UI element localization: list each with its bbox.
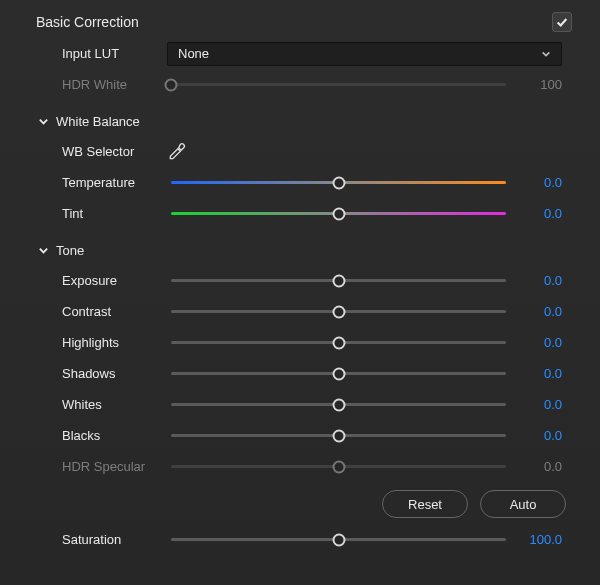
contrast-thumb[interactable] xyxy=(332,305,345,318)
tint-label: Tint xyxy=(62,206,167,221)
input-lut-label: Input LUT xyxy=(62,46,167,61)
blacks-slider[interactable] xyxy=(171,434,506,437)
saturation-thumb[interactable] xyxy=(332,533,345,546)
section-white-balance[interactable]: White Balance xyxy=(0,106,600,136)
hdr-specular-value: 0.0 xyxy=(510,459,562,474)
shadows-thumb[interactable] xyxy=(332,367,345,380)
chevron-down-icon xyxy=(541,49,551,59)
highlights-slider[interactable] xyxy=(171,341,506,344)
wb-selector-label: WB Selector xyxy=(62,144,167,159)
shadows-value[interactable]: 0.0 xyxy=(510,366,562,381)
tint-value[interactable]: 0.0 xyxy=(510,206,562,221)
reset-button[interactable]: Reset xyxy=(382,490,468,518)
exposure-label: Exposure xyxy=(62,273,167,288)
panel-title: Basic Correction xyxy=(36,14,139,30)
saturation-value[interactable]: 100.0 xyxy=(510,532,562,547)
temperature-label: Temperature xyxy=(62,175,167,190)
checkmark-icon xyxy=(555,15,569,29)
saturation-slider[interactable] xyxy=(171,538,506,541)
exposure-thumb[interactable] xyxy=(332,274,345,287)
hdr-white-label: HDR White xyxy=(62,77,167,92)
auto-button[interactable]: Auto xyxy=(480,490,566,518)
temperature-thumb[interactable] xyxy=(332,176,345,189)
whites-thumb[interactable] xyxy=(332,398,345,411)
tint-thumb[interactable] xyxy=(332,207,345,220)
hdr-specular-label: HDR Specular xyxy=(62,459,167,474)
input-lut-value: None xyxy=(178,46,209,61)
contrast-value[interactable]: 0.0 xyxy=(510,304,562,319)
whites-slider[interactable] xyxy=(171,403,506,406)
tint-slider[interactable] xyxy=(171,212,506,215)
blacks-value[interactable]: 0.0 xyxy=(510,428,562,443)
highlights-value[interactable]: 0.0 xyxy=(510,335,562,350)
temperature-value[interactable]: 0.0 xyxy=(510,175,562,190)
input-lut-dropdown[interactable]: None xyxy=(167,42,562,66)
panel-enable-checkbox[interactable] xyxy=(552,12,572,32)
highlights-thumb[interactable] xyxy=(332,336,345,349)
exposure-slider[interactable] xyxy=(171,279,506,282)
hdr-specular-slider xyxy=(171,465,506,468)
shadows-label: Shadows xyxy=(62,366,167,381)
saturation-label: Saturation xyxy=(62,532,167,547)
exposure-value[interactable]: 0.0 xyxy=(510,273,562,288)
basic-correction-panel: Basic Correction Input LUT None HDR Whit… xyxy=(0,0,600,585)
shadows-slider[interactable] xyxy=(171,372,506,375)
section-tone[interactable]: Tone xyxy=(0,235,600,265)
whites-label: Whites xyxy=(62,397,167,412)
whites-value[interactable]: 0.0 xyxy=(510,397,562,412)
blacks-label: Blacks xyxy=(62,428,167,443)
hdr-white-thumb xyxy=(165,78,178,91)
chevron-down-icon xyxy=(38,245,49,256)
highlights-label: Highlights xyxy=(62,335,167,350)
blacks-thumb[interactable] xyxy=(332,429,345,442)
contrast-label: Contrast xyxy=(62,304,167,319)
eyedropper-icon[interactable] xyxy=(167,142,187,162)
contrast-slider[interactable] xyxy=(171,310,506,313)
temperature-slider[interactable] xyxy=(171,181,506,184)
hdr-specular-thumb xyxy=(332,460,345,473)
chevron-down-icon xyxy=(38,116,49,127)
hdr-white-slider xyxy=(171,83,506,86)
hdr-white-value: 100 xyxy=(510,77,562,92)
